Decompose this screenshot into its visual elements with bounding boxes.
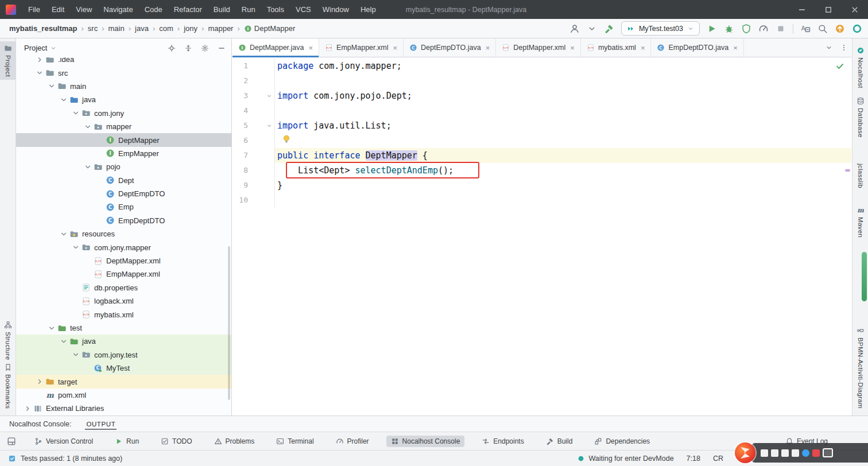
tab-deptempdto-java[interactable]: CDeptEmpDTO.java×	[404, 38, 496, 57]
close-icon[interactable]: ×	[309, 44, 313, 52]
chevron-down-icon[interactable]	[69, 351, 82, 359]
tabs-kebab-button[interactable]	[836, 38, 851, 57]
tree-item-com-jony-test[interactable]: com.jony.test	[16, 348, 231, 362]
coverage-icon[interactable]	[741, 24, 751, 34]
toolwindow-button-nocalhost-console[interactable]: Nocalhost Console	[386, 436, 465, 447]
breadcrumb-item-deptmapper[interactable]: IDeptMapper	[244, 24, 296, 33]
tree-item-logback-xml[interactable]: </>logback.xml	[16, 294, 231, 308]
stop-icon[interactable]	[776, 24, 786, 34]
tree-item-mytest[interactable]: CMyTest	[16, 362, 231, 375]
locate-icon[interactable]	[168, 44, 176, 52]
status-item-waiting-for-enter-devmode[interactable]: Waiting for enter DevMode	[577, 455, 673, 463]
menu-file[interactable]: File	[23, 0, 45, 19]
toolwindow-button-build[interactable]: Build	[541, 436, 578, 447]
toolwindow-button-dependencies[interactable]: Dependencies	[590, 436, 654, 447]
profiler-icon[interactable]	[758, 24, 769, 34]
chevron-down-icon[interactable]	[57, 96, 69, 104]
stripe-item-bookmarks[interactable]: Bookmarks	[0, 363, 16, 409]
toolwindow-button-version-control[interactable]: Version Control	[30, 436, 98, 447]
chevron-down-icon[interactable]	[33, 69, 45, 77]
menu-code[interactable]: Code	[140, 0, 168, 19]
user-icon[interactable]	[569, 24, 580, 34]
menu-navigate[interactable]: Navigate	[98, 0, 138, 19]
code-line-5[interactable]: 5import java.util.List;	[232, 118, 851, 133]
tree-item-com-jony[interactable]: com.jony	[16, 107, 231, 120]
tree-item-java[interactable]: java	[16, 335, 231, 348]
update-icon[interactable]	[835, 24, 845, 34]
breadcrumb-item-java[interactable]: java	[135, 24, 149, 33]
chevron-down-icon[interactable]	[82, 163, 94, 171]
minimize-button[interactable]	[789, 0, 815, 19]
code-line-2[interactable]: 2	[232, 73, 851, 88]
menu-edit[interactable]: Edit	[46, 0, 69, 19]
close-icon[interactable]: ×	[570, 44, 575, 52]
code-line-9[interactable]: 9}	[232, 178, 851, 193]
caret-icon[interactable]	[587, 24, 597, 34]
chevron-down-icon[interactable]	[45, 324, 57, 332]
chevron-right-icon[interactable]	[33, 378, 45, 386]
stripe-item-project[interactable]: Project	[0, 41, 16, 80]
run-configuration-select[interactable]: MyTest.test03	[621, 21, 700, 36]
status-item-cr[interactable]: CR	[713, 455, 723, 463]
breadcrumb-item-main[interactable]: main	[108, 24, 125, 33]
tree-item-empdeptdto[interactable]: CEmpDeptDTO	[16, 214, 231, 227]
play-icon[interactable]	[707, 24, 717, 34]
tab-deptmapper-java[interactable]: IDeptMapper.java×	[232, 38, 319, 57]
minus-icon[interactable]	[218, 44, 226, 52]
menu-view[interactable]: View	[71, 0, 97, 19]
tree-item-com-jony-mapper[interactable]: com.jony.mapper	[16, 240, 231, 254]
tree-item-external-libraries[interactable]: External Libraries	[16, 402, 231, 415]
tree-item-mybatis-xml[interactable]: </>mybatis.xml	[16, 308, 231, 321]
collapse-icon[interactable]	[184, 44, 192, 52]
breadcrumb-item-com[interactable]: com	[159, 24, 173, 33]
menu-build[interactable]: Build	[208, 0, 235, 19]
tab-empmapper-xml[interactable]: </>EmpMapper.xml×	[319, 38, 404, 57]
chevron-down-icon[interactable]	[50, 45, 57, 52]
code-line-1[interactable]: 1package com.jony.mapper;	[232, 59, 851, 73]
tests-passed-icon[interactable]	[8, 455, 16, 463]
tree-item-idea[interactable]: .idea	[16, 57, 231, 66]
close-icon[interactable]: ×	[393, 44, 397, 52]
tree-item-dept[interactable]: CDept	[16, 174, 231, 187]
hammer-icon[interactable]	[604, 24, 614, 34]
translate-icon[interactable]: A	[800, 24, 811, 34]
tab-deptmapper-xml[interactable]: </>DeptMapper.xml×	[496, 38, 581, 57]
breadcrumb-item-src[interactable]: src	[88, 24, 98, 33]
tree-item-empmapper-xml[interactable]: </>EmpMapper.xml	[16, 267, 231, 281]
tree-item-db-properties[interactable]: db.properties	[16, 281, 231, 294]
menu-tools[interactable]: Tools	[262, 0, 289, 19]
code-line-10[interactable]: 10	[232, 193, 851, 208]
tree-item-pom-xml[interactable]: mpom.xml	[16, 389, 231, 402]
chevron-down-icon[interactable]	[57, 337, 69, 345]
scrollbar-thumb[interactable]	[862, 252, 867, 301]
toolwindow-button-run[interactable]: Run	[110, 436, 144, 447]
tool-windows-icon[interactable]	[7, 437, 16, 446]
close-icon[interactable]: ×	[733, 44, 738, 52]
tree-item-java[interactable]: java	[16, 93, 231, 106]
chevron-down-icon[interactable]	[69, 243, 82, 251]
stripe-item-maven[interactable]: mMaven	[852, 206, 868, 238]
tab-mybatis-xml[interactable]: </>mybatis.xml×	[581, 38, 652, 57]
menu-help[interactable]: Help	[355, 0, 381, 19]
tree-item-deptmapper-xml[interactable]: </>DeptMapper.xml	[16, 254, 231, 267]
breadcrumb-item-mapper[interactable]: mapper	[208, 24, 233, 33]
menu-run[interactable]: Run	[237, 0, 261, 19]
tree-item-test[interactable]: test	[16, 321, 231, 335]
chevron-down-icon[interactable]	[69, 109, 82, 117]
tree-item-main[interactable]: main	[16, 80, 231, 93]
menu-vcs[interactable]: VCS	[290, 0, 316, 19]
toolwindow-button-profiler[interactable]: Profiler	[331, 436, 374, 447]
nocalhost-ring-icon[interactable]	[852, 24, 862, 34]
close-icon[interactable]: ×	[641, 44, 645, 52]
tab-output[interactable]: OUTPUT	[85, 418, 117, 430]
menu-window[interactable]: Window	[317, 0, 354, 19]
chevron-right-icon[interactable]	[21, 405, 33, 413]
tab-empdeptdto-java[interactable]: CEmpDeptDTO.java×	[651, 38, 743, 57]
tree-item-pojo[interactable]: pojo	[16, 160, 231, 173]
tree-item-target[interactable]: target	[16, 375, 231, 388]
breadcrumb-item-mybatis-resultmap[interactable]: mybatis_resultmap	[9, 24, 78, 33]
status-item-7-18[interactable]: 7:18	[687, 455, 700, 463]
chevron-right-icon[interactable]	[33, 57, 45, 64]
tree-item-resources[interactable]: resources	[16, 227, 231, 240]
chevron-down-icon[interactable]	[57, 230, 69, 238]
